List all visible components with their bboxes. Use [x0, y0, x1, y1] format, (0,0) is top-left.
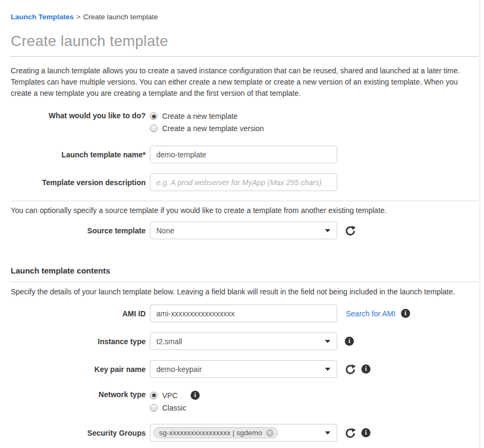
radio-label: Create a new template version — [162, 124, 264, 133]
radio-unselected-icon[interactable] — [150, 404, 157, 412]
what-to-do-row: What would you like to do? Create a new … — [11, 111, 479, 133]
source-template-select[interactable]: None — [150, 222, 337, 239]
ami-id-input[interactable] — [150, 305, 337, 322]
instance-type-select[interactable]: t2.small — [150, 332, 337, 350]
radio-selected-icon[interactable] — [150, 112, 157, 120]
close-icon[interactable]: × — [266, 429, 274, 437]
key-pair-selected-value: demo-keypair — [156, 365, 202, 374]
breadcrumb-link-launch-templates[interactable]: Launch Templates — [11, 13, 74, 21]
intro-text: Creating a launch template allows you to… — [11, 65, 479, 99]
instance-type-selected-value: t2.small — [156, 337, 182, 346]
key-pair-row: Key pair name demo-keypair i — [11, 360, 479, 378]
source-template-note: You can optionally specify a source temp… — [11, 206, 479, 215]
radio-create-new-template[interactable]: Create a new template — [150, 112, 264, 120]
contents-divider — [11, 282, 479, 282]
page-title: Create launch template — [11, 33, 479, 50]
radio-label: Create a new template — [162, 112, 238, 120]
section-heading-launch-template-contents: Launch template contents — [11, 266, 479, 275]
source-template-selected-value: None — [156, 226, 174, 235]
launch-template-name-input[interactable] — [150, 146, 337, 163]
what-to-do-radio-group: Create a new template Create a new templ… — [150, 111, 264, 133]
caret-down-icon — [325, 340, 330, 343]
ami-info-icon[interactable]: i — [401, 309, 410, 318]
caret-down-icon — [325, 431, 330, 435]
radio-vpc[interactable]: VPC — [150, 391, 178, 400]
instance-type-row: Instance type t2.small i — [11, 332, 479, 350]
key-pair-refresh-icon[interactable] — [345, 363, 356, 375]
network-type-row: Network type VPC i Classic — [11, 390, 479, 412]
breadcrumb: Launch Templates>Create launch template — [11, 13, 479, 21]
what-to-do-label: What would you like to do? — [11, 111, 150, 120]
key-pair-label: Key pair name — [11, 365, 150, 374]
template-version-description-input[interactable] — [150, 173, 337, 191]
ami-id-label: AMI ID — [11, 309, 150, 318]
search-for-ami-link[interactable]: Search for AMI — [346, 309, 396, 318]
title-divider — [11, 56, 479, 57]
section-divider — [11, 201, 479, 201]
caret-down-icon — [325, 368, 330, 371]
source-template-label: Source template — [11, 226, 150, 235]
ami-id-row: AMI ID Search for AMI i — [11, 305, 479, 322]
create-launch-template-page: Launch Templates>Create launch template … — [0, 0, 480, 448]
network-type-info-icon[interactable]: i — [191, 391, 200, 400]
key-pair-select[interactable]: demo-keypair — [150, 360, 337, 378]
source-template-row: Source template None — [11, 222, 479, 239]
radio-classic[interactable]: Classic — [150, 404, 200, 412]
security-groups-row: Security Groups sg-xxxxxxxxxxxxxxxxx | s… — [11, 424, 479, 442]
template-version-description-label: Template version description — [11, 178, 150, 187]
radio-create-new-template-version[interactable]: Create a new template version — [150, 124, 264, 133]
breadcrumb-separator: > — [77, 13, 81, 21]
security-groups-info-icon[interactable]: i — [361, 428, 370, 437]
caret-down-icon — [325, 229, 330, 232]
source-template-refresh-icon[interactable] — [345, 225, 356, 236]
launch-template-name-row: Launch template name* — [11, 146, 479, 163]
security-groups-label: Security Groups — [11, 429, 150, 437]
network-type-label: Network type — [11, 390, 150, 399]
radio-label: Classic — [162, 404, 186, 412]
security-groups-refresh-icon[interactable] — [345, 427, 356, 438]
security-groups-select[interactable]: sg-xxxxxxxxxxxxxxxxx | sgdemo × — [150, 424, 337, 442]
instance-type-info-icon[interactable]: i — [345, 337, 354, 346]
network-type-radio-group: VPC i Classic — [150, 390, 200, 412]
security-group-tag-text: sg-xxxxxxxxxxxxxxxxx | sgdemo — [159, 429, 262, 437]
contents-note: Specify the details of your launch templ… — [11, 287, 479, 296]
instance-type-label: Instance type — [11, 337, 150, 346]
security-group-tag: sg-xxxxxxxxxxxxxxxxx | sgdemo × — [153, 427, 278, 438]
template-version-description-row: Template version description — [11, 173, 479, 191]
breadcrumb-current: Create launch template — [83, 13, 158, 21]
radio-unselected-icon[interactable] — [150, 125, 157, 132]
radio-label: VPC — [162, 391, 178, 400]
radio-selected-icon[interactable] — [150, 392, 157, 399]
launch-template-name-label: Launch template name* — [11, 150, 150, 159]
key-pair-info-icon[interactable]: i — [361, 365, 370, 374]
